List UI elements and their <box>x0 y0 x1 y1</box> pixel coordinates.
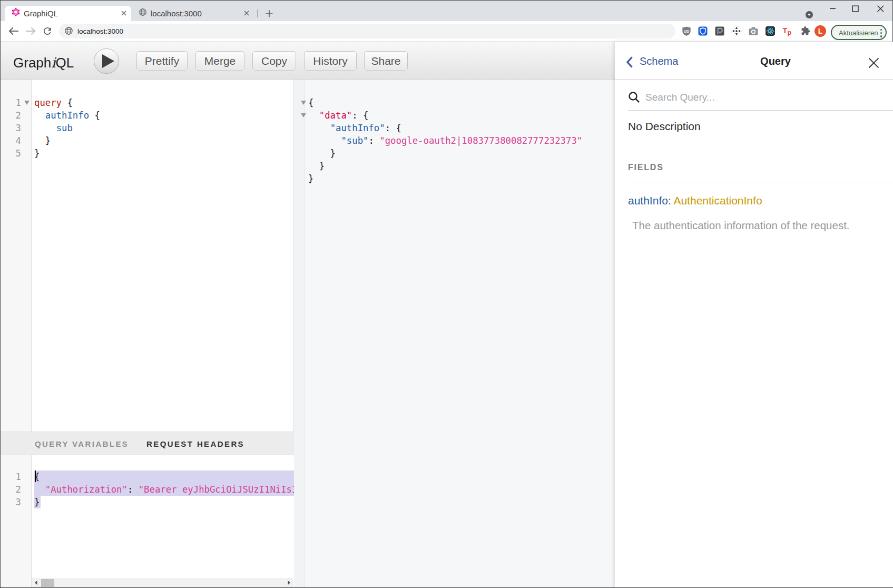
request-headers-editor[interactable]: 1{2 "Authorization": "Bearer eyJhbGciOiJ… <box>1 455 294 587</box>
code-token: "Bearer eyJhbGciOiJSUzI1NiIsInR5cCI6IkpX… <box>139 484 294 495</box>
ublock-ud-shield-icon[interactable]: UD <box>679 23 694 39</box>
tab-title: localhost:3000 <box>151 9 202 18</box>
code-token: : { <box>385 123 401 133</box>
share-button[interactable]: Share <box>364 51 408 71</box>
graphql-logo-icon <box>12 8 20 16</box>
code-token <box>34 123 56 133</box>
graphiql-topbar: GraphiQL Prettify Merge Copy History Sha… <box>1 42 615 80</box>
code-line: } <box>308 147 336 160</box>
code-token: { <box>89 110 100 121</box>
react-devtools-icon[interactable] <box>762 23 778 39</box>
code-token <box>34 110 45 121</box>
code-token: } <box>308 161 325 171</box>
code-line: authInfo { <box>34 109 100 122</box>
code-token: : { <box>352 110 368 121</box>
fold-arrow-icon[interactable] <box>24 101 30 105</box>
new-tab-button[interactable] <box>263 7 276 20</box>
back-icon[interactable] <box>6 23 22 39</box>
reload-icon[interactable] <box>40 23 55 39</box>
code-line: "data": { <box>308 109 368 122</box>
code-line: } <box>34 496 40 508</box>
svg-text:p: p <box>788 29 792 36</box>
doc-explorer-panel: Schema Query Search Query... No Descript… <box>615 42 893 587</box>
line-number: 1 <box>1 96 21 109</box>
window-maximize-button[interactable] <box>846 1 870 16</box>
horizontal-scrollbar[interactable] <box>32 578 293 587</box>
history-button[interactable]: History <box>304 51 357 71</box>
line-number: 1 <box>1 471 21 483</box>
line-number: 3 <box>1 496 21 508</box>
prettify-button[interactable]: Prettify <box>136 51 188 71</box>
code-line: query { <box>34 96 73 109</box>
execute-button[interactable] <box>94 48 119 74</box>
doc-back-link[interactable]: Schema <box>626 55 678 67</box>
code-line: { <box>308 96 313 109</box>
code-token: "data" <box>319 110 352 121</box>
code-line: } <box>34 134 51 147</box>
puzzle-extensions-icon[interactable] <box>797 23 813 39</box>
doc-explorer-title: Query <box>760 55 791 67</box>
field-type-link[interactable]: AuthenticationInfo <box>673 194 762 207</box>
copy-button[interactable]: Copy <box>252 51 296 71</box>
secondary-editor-titlebar[interactable]: QUERY VARIABLES REQUEST HEADERS <box>1 432 294 455</box>
code-token: "authInfo" <box>330 123 385 133</box>
code-line: { <box>34 471 40 483</box>
camera-icon[interactable] <box>745 23 761 39</box>
code-token: { <box>62 97 73 108</box>
result-viewer[interactable]: { "data": { "authInfo": { "sub": "google… <box>293 80 615 587</box>
tab-close-icon[interactable] <box>119 8 129 18</box>
doc-search-box[interactable]: Search Query... <box>628 90 893 111</box>
code-line: } <box>308 160 325 172</box>
doc-close-icon[interactable] <box>868 57 880 69</box>
dpad-circle-icon[interactable] <box>729 23 744 39</box>
bitwarden-shield-icon[interactable] <box>695 23 711 39</box>
menu-kebab-icon[interactable] <box>880 29 882 38</box>
profile-avatar[interactable]: L <box>812 23 828 39</box>
field-name-link[interactable]: authInfo <box>628 194 668 207</box>
browser-toolbar: localhost:3000 UD <box>1 21 892 42</box>
result-fold-gutter <box>294 80 305 587</box>
scroll-left-button[interactable] <box>32 578 41 587</box>
code-line: sub <box>34 122 73 134</box>
merge-button[interactable]: Merge <box>195 51 244 71</box>
code-line: } <box>34 147 40 160</box>
tab-search-button[interactable] <box>806 11 813 18</box>
fold-arrow-icon[interactable] <box>301 101 306 105</box>
scroll-right-button[interactable] <box>284 578 293 587</box>
url-text[interactable]: localhost:3000 <box>77 27 123 35</box>
p-dark-square-icon[interactable] <box>712 23 728 39</box>
code-token: "google-oauth2|108377380082777232373" <box>379 135 582 146</box>
tab-request-headers[interactable]: REQUEST HEADERS <box>146 439 244 448</box>
type-description: No Description <box>628 120 701 133</box>
tab-graphiql[interactable]: GraphiQL <box>5 6 131 21</box>
window-close-button[interactable] <box>870 1 893 16</box>
address-bar[interactable]: localhost:3000 <box>59 24 675 38</box>
window-minimize-button[interactable] <box>822 1 846 16</box>
line-number: 5 <box>1 147 21 160</box>
tab-localhost[interactable]: localhost:3000 <box>132 6 253 21</box>
tab-query-variables[interactable]: QUERY VARIABLES <box>35 439 129 448</box>
search-placeholder: Search Query... <box>645 92 715 103</box>
chevron-down-icon <box>806 11 813 18</box>
scrollbar-thumb[interactable] <box>41 579 54 587</box>
line-number: 3 <box>1 122 21 134</box>
update-button[interactable]: Aktualisieren <box>831 25 887 40</box>
tp-red-letters-icon[interactable]: T p <box>779 23 795 39</box>
code-token: sub <box>56 123 73 133</box>
field-row: authInfo: AuthenticationInfo <box>628 194 762 207</box>
forward-icon[interactable] <box>23 23 38 39</box>
site-globe-icon[interactable] <box>64 26 73 35</box>
tab-title: GraphiQL <box>24 9 58 18</box>
line-number: 4 <box>1 134 21 147</box>
query-editor[interactable]: 1query {2 authInfo {3 sub4 }5} <box>1 80 294 432</box>
code-token: } <box>308 148 336 159</box>
tab-close-icon[interactable] <box>242 8 251 18</box>
secondary-editor-section: QUERY VARIABLES REQUEST HEADERS 1{2 "Aut… <box>1 432 294 587</box>
fold-arrow-icon[interactable] <box>301 113 306 117</box>
update-button-label: Aktualisieren <box>839 29 878 37</box>
graphiql-logo: GraphiQL <box>13 55 74 71</box>
code-token <box>308 123 330 133</box>
tab-strip: GraphiQL localhost:3000 <box>1 1 892 21</box>
code-line: } <box>308 172 313 185</box>
code-token: } <box>308 173 313 184</box>
